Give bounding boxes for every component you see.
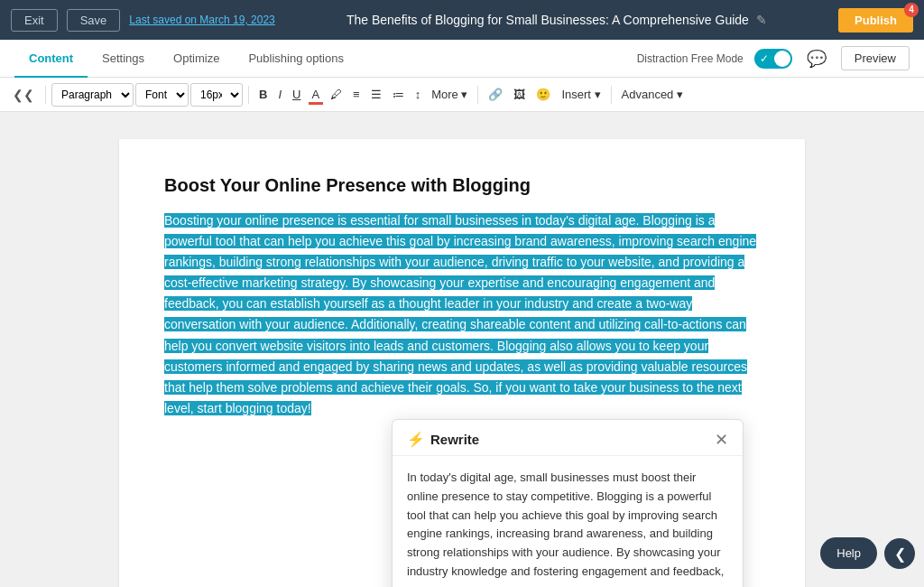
editor-heading: Boost Your Online Presence with Blogging bbox=[164, 175, 760, 196]
rewrite-title: ⚡ Rewrite bbox=[407, 431, 479, 448]
rewrite-title-text: Rewrite bbox=[430, 432, 479, 447]
selected-text: Boosting your online presence is essenti… bbox=[164, 213, 756, 415]
rewrite-icon: ⚡ bbox=[407, 431, 425, 448]
toolbar-sep-1 bbox=[45, 86, 46, 104]
content-area: Boost Your Online Presence with Blogging… bbox=[0, 112, 924, 587]
paragraph-select[interactable]: Paragraph bbox=[51, 83, 134, 107]
help-button[interactable]: Help bbox=[820, 537, 877, 569]
save-button[interactable]: Save bbox=[67, 9, 121, 32]
expand-icon: ❮ bbox=[894, 545, 906, 563]
list-button[interactable]: ☰ bbox=[366, 83, 386, 107]
toolbar-sep-2 bbox=[248, 86, 249, 104]
underline-button[interactable]: U bbox=[288, 83, 305, 107]
rewrite-header: ⚡ Rewrite ✕ bbox=[393, 420, 743, 456]
last-saved-link[interactable]: Last saved on March 19, 2023 bbox=[129, 14, 274, 26]
emoji-button[interactable]: 🙂 bbox=[531, 83, 555, 107]
preview-button[interactable]: Preview bbox=[841, 46, 910, 70]
toolbar: ❮❮ Paragraph Font 16px B I U A 🖊 ≡ ☰ ≔ ↕… bbox=[0, 78, 924, 112]
chat-icon[interactable]: 💬 bbox=[803, 45, 830, 72]
distraction-free-label: Distraction Free Mode bbox=[637, 52, 744, 65]
rewrite-close-button[interactable]: ✕ bbox=[715, 432, 728, 448]
tab-right-controls: Distraction Free Mode ✓ 💬 Preview bbox=[637, 45, 910, 72]
toolbar-sep-4 bbox=[611, 86, 612, 104]
more-button[interactable]: More ▾ bbox=[427, 83, 472, 107]
image-button[interactable]: 🖼 bbox=[509, 83, 530, 107]
publish-label: Publish bbox=[855, 14, 897, 27]
expand-button[interactable]: ❮ bbox=[884, 538, 915, 569]
edit-title-icon[interactable]: ✎ bbox=[756, 13, 767, 27]
size-select[interactable]: 16px bbox=[190, 83, 243, 107]
highlight-button[interactable]: 🖊 bbox=[326, 83, 346, 107]
rewrite-modal: ⚡ Rewrite ✕ In today's digital age, smal… bbox=[392, 419, 744, 587]
tab-settings[interactable]: Settings bbox=[88, 41, 159, 78]
align-button[interactable]: ≡ bbox=[348, 83, 365, 107]
sidebar-collapse-icon[interactable]: ❮❮ bbox=[7, 88, 40, 102]
publish-badge: 4 bbox=[904, 3, 919, 17]
bold-button[interactable]: B bbox=[254, 83, 272, 107]
topbar: Exit Save Last saved on March 19, 2023 T… bbox=[0, 0, 924, 40]
line-height-button[interactable]: ↕ bbox=[411, 83, 426, 107]
italic-button[interactable]: I bbox=[273, 83, 286, 107]
editor-paper: Boost Your Online Presence with Blogging… bbox=[119, 139, 805, 587]
tabbar: Content Settings Optimize Publishing opt… bbox=[0, 40, 924, 78]
color-underline bbox=[309, 102, 323, 105]
toggle-checkmark: ✓ bbox=[760, 52, 769, 65]
advanced-button[interactable]: Advanced ▾ bbox=[617, 83, 688, 107]
distraction-free-toggle[interactable]: ✓ bbox=[754, 49, 792, 69]
toggle-knob bbox=[774, 51, 790, 67]
page-title-text: The Benefits of Blogging for Small Busin… bbox=[346, 13, 749, 27]
tab-publishing-options[interactable]: Publishing options bbox=[234, 41, 358, 78]
text-color-icon: A bbox=[311, 88, 319, 101]
toggle-track[interactable]: ✓ bbox=[754, 49, 792, 69]
tab-optimize[interactable]: Optimize bbox=[159, 41, 234, 78]
rewrite-body-text: In today's digital age, small businesses… bbox=[393, 456, 743, 587]
text-color-button[interactable]: A bbox=[307, 83, 324, 107]
insert-button[interactable]: Insert ▾ bbox=[557, 83, 605, 107]
link-button[interactable]: 🔗 bbox=[484, 83, 507, 107]
ordered-list-button[interactable]: ≔ bbox=[388, 83, 409, 107]
editor-body[interactable]: Boosting your online presence is essenti… bbox=[164, 210, 760, 419]
toolbar-sep-3 bbox=[477, 86, 478, 104]
font-select[interactable]: Font bbox=[135, 83, 189, 107]
tab-content[interactable]: Content bbox=[14, 41, 88, 78]
publish-button[interactable]: Publish 4 bbox=[838, 8, 913, 33]
page-title: The Benefits of Blogging for Small Busin… bbox=[284, 13, 829, 27]
main-wrap: Boost Your Online Presence with Blogging… bbox=[0, 112, 924, 587]
exit-button[interactable]: Exit bbox=[11, 9, 58, 32]
